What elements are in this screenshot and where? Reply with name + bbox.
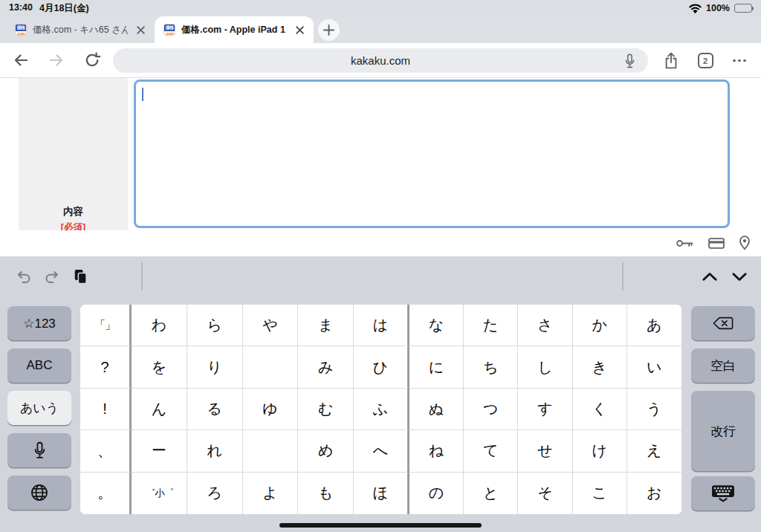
kana-key[interactable]: も: [298, 473, 354, 514]
reload-button[interactable]: [77, 45, 107, 75]
kana-key[interactable]: に: [409, 346, 464, 388]
status-bar: 13:40 4月18日(金) 100%: [0, 0, 761, 16]
kana-key[interactable]: れ: [187, 430, 243, 472]
home-indicator[interactable]: [279, 523, 482, 528]
close-tab-icon[interactable]: [293, 23, 306, 36]
kana-key[interactable]: ら: [187, 305, 243, 346]
kana-key[interactable]: 。: [80, 473, 132, 514]
undo-icon[interactable]: [13, 266, 34, 287]
kana-key[interactable]: こ: [573, 473, 627, 514]
kana-key[interactable]: え: [627, 430, 681, 472]
kana-key[interactable]: ち: [464, 346, 518, 388]
kana-key[interactable]: ま: [298, 305, 354, 346]
tab-strip: 価格 .com 価格.com - キハ65 さんの 価格 .com 価格.com…: [0, 16, 761, 43]
plus-icon: [323, 24, 335, 36]
share-icon[interactable]: [658, 46, 684, 76]
kana-key[interactable]: け: [573, 430, 627, 472]
kana-key[interactable]: い: [627, 346, 681, 388]
kana-key[interactable]: ゛小゜: [132, 473, 187, 514]
kana-key[interactable]: き: [573, 346, 627, 388]
location-icon[interactable]: [739, 236, 751, 250]
kana-key[interactable]: な: [409, 305, 464, 346]
globe-key[interactable]: [7, 476, 71, 510]
tab-switcher-button[interactable]: 2: [693, 46, 718, 76]
dictation-key[interactable]: [7, 433, 71, 467]
kana-mode-key[interactable]: あいう: [7, 391, 71, 425]
back-button[interactable]: [6, 45, 36, 75]
kana-key[interactable]: の: [409, 473, 464, 514]
close-tab-icon[interactable]: [134, 23, 147, 36]
kana-key[interactable]: く: [573, 389, 627, 430]
chevron-up-icon[interactable]: [699, 266, 720, 287]
kana-key[interactable]: よ: [243, 473, 299, 514]
kana-key[interactable]: か: [573, 305, 627, 346]
accessory-divider: [622, 262, 624, 291]
kana-key[interactable]: ね: [409, 430, 464, 472]
tab-kakaku-ipad[interactable]: 価格 .com 価格.com - Apple iPad 1: [155, 16, 314, 43]
kana-keyboard-grid: 「」わらやまはなたさかあ?をりみひにちしきい!んるゆむふぬつすくう、ーれめへねて…: [80, 305, 681, 514]
kana-key[interactable]: す: [518, 389, 572, 430]
battery-icon: [734, 4, 752, 13]
kana-key[interactable]: !: [80, 389, 132, 430]
kana-key[interactable]: た: [464, 305, 518, 346]
space-key[interactable]: 空白: [691, 348, 755, 383]
kana-key[interactable]: せ: [518, 430, 572, 472]
kana-key[interactable]: と: [464, 473, 518, 514]
redo-icon[interactable]: [42, 266, 62, 287]
kana-key[interactable]: や: [243, 305, 299, 346]
kana-key[interactable]: わ: [132, 305, 187, 346]
tab-title: 価格.com - キハ65 さんの: [33, 24, 128, 36]
kana-key[interactable]: 、: [80, 430, 132, 472]
comment-textarea[interactable]: [134, 80, 730, 228]
web-page-content: 内容 [必須]: [0, 78, 761, 256]
field-label: 内容: [19, 205, 128, 218]
kana-key[interactable]: し: [518, 346, 572, 388]
forward-button[interactable]: [42, 45, 71, 75]
autofill-bar: [676, 236, 751, 250]
chevron-down-icon[interactable]: [729, 266, 750, 287]
kana-key[interactable]: ふ: [354, 389, 409, 430]
kana-key[interactable]: る: [187, 389, 243, 430]
kana-key[interactable]: ひ: [354, 346, 409, 388]
new-tab-button[interactable]: [318, 19, 340, 41]
kana-key[interactable]: 「」: [80, 305, 132, 346]
backspace-key[interactable]: [691, 306, 755, 340]
tab-kakaku-kiha65[interactable]: 価格 .com 価格.com - キハ65 さんの: [6, 16, 155, 43]
kana-key[interactable]: ぬ: [409, 389, 464, 430]
more-menu-icon[interactable]: [727, 46, 752, 76]
kana-key[interactable]: ー: [132, 430, 187, 472]
kana-key[interactable]: て: [464, 430, 518, 472]
credit-card-icon[interactable]: [708, 237, 725, 250]
kana-key[interactable]: う: [627, 389, 681, 430]
kana-key[interactable]: を: [132, 346, 187, 388]
kana-key[interactable]: ろ: [187, 473, 243, 514]
kana-key[interactable]: そ: [518, 473, 572, 514]
battery-percent: 100%: [706, 3, 730, 13]
kana-key[interactable]: お: [627, 473, 681, 514]
backspace-icon: [713, 317, 734, 330]
kana-key[interactable]: み: [298, 346, 354, 388]
return-key[interactable]: 改行: [691, 391, 755, 471]
kana-key[interactable]: つ: [464, 389, 518, 430]
dismiss-keyboard-key[interactable]: [691, 476, 755, 510]
kana-key[interactable]: ?: [80, 346, 132, 388]
kana-key[interactable]: へ: [354, 430, 409, 472]
globe-icon: [30, 484, 48, 502]
kana-key[interactable]: あ: [627, 305, 681, 346]
password-key-icon[interactable]: [676, 238, 694, 249]
ipad-screen: 13:40 4月18日(金) 100% 価格 .com 価格.com - キハ: [0, 0, 761, 532]
kana-key[interactable]: り: [187, 346, 243, 388]
toolbar-actions: 2: [658, 43, 761, 78]
symbols-key[interactable]: ☆123: [7, 306, 71, 340]
mic-icon[interactable]: [621, 53, 638, 69]
address-bar[interactable]: kakaku.com: [113, 48, 648, 73]
kana-key[interactable]: む: [298, 389, 354, 430]
kana-key[interactable]: ほ: [354, 473, 409, 514]
kana-key[interactable]: め: [298, 430, 354, 472]
kana-key[interactable]: ん: [132, 389, 187, 430]
paste-icon[interactable]: [70, 266, 91, 287]
abc-key[interactable]: ABC: [7, 348, 71, 383]
kana-key[interactable]: ゆ: [243, 389, 299, 430]
kana-key[interactable]: は: [354, 305, 409, 346]
kana-key[interactable]: さ: [518, 305, 572, 346]
